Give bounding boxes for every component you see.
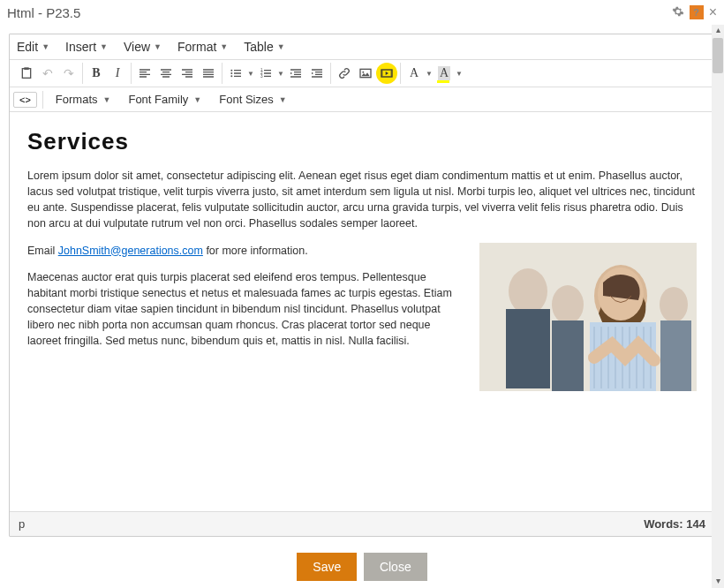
editor-container: Edit▼ Insert▼ View▼ Format▼ Table▼ ↶ ↷ B… bbox=[9, 34, 715, 537]
align-center-icon[interactable] bbox=[155, 63, 177, 84]
scroll-down-icon[interactable]: ▾ bbox=[712, 576, 724, 588]
formats-select[interactable]: Formats▼ bbox=[49, 90, 118, 109]
svg-point-4 bbox=[230, 75, 232, 77]
status-bar: p Words: 144 bbox=[10, 511, 714, 536]
close-icon[interactable]: × bbox=[709, 4, 717, 20]
save-button[interactable]: Save bbox=[297, 553, 357, 581]
content-paragraph-1: Lorem ipsum dolor sit amet, consectetur … bbox=[27, 168, 697, 232]
numbered-list-icon[interactable]: 123 bbox=[255, 63, 276, 84]
email-link[interactable]: JohnSmith@generations.com bbox=[58, 245, 203, 257]
content-heading: Services bbox=[27, 128, 697, 155]
align-right-icon[interactable] bbox=[177, 63, 198, 84]
svg-rect-1 bbox=[24, 67, 28, 70]
window-title: Html - P23.5 bbox=[7, 5, 667, 20]
numbered-list-dropdown[interactable]: ▼ bbox=[276, 70, 285, 78]
menu-view[interactable]: View▼ bbox=[124, 40, 162, 54]
toolbar-row-1: ↶ ↷ B I ▼ 123 ▼ A ▼ A bbox=[10, 60, 714, 87]
menu-table[interactable]: Table▼ bbox=[244, 40, 284, 54]
svg-point-12 bbox=[509, 268, 547, 314]
content-image[interactable] bbox=[479, 243, 697, 391]
svg-rect-14 bbox=[506, 309, 550, 388]
svg-rect-15 bbox=[552, 320, 584, 391]
align-justify-icon[interactable] bbox=[198, 63, 219, 84]
bullet-list-icon[interactable] bbox=[225, 63, 246, 84]
svg-point-2 bbox=[230, 70, 232, 72]
title-bar: Html - P23.5 ? × bbox=[0, 0, 724, 25]
svg-point-9 bbox=[362, 72, 364, 73]
align-left-icon[interactable] bbox=[134, 63, 155, 84]
vertical-scrollbar[interactable]: ▴ ▾ bbox=[712, 25, 724, 588]
scroll-thumb[interactable] bbox=[713, 38, 723, 73]
italic-button[interactable]: I bbox=[107, 63, 128, 84]
menu-edit[interactable]: Edit▼ bbox=[17, 40, 49, 54]
font-sizes-select[interactable]: Font Sizes▼ bbox=[212, 90, 293, 109]
svg-rect-19 bbox=[660, 320, 691, 391]
bold-button[interactable]: B bbox=[86, 63, 107, 84]
indent-icon[interactable] bbox=[306, 63, 328, 84]
help-icon[interactable]: ? bbox=[690, 5, 704, 19]
outdent-icon[interactable] bbox=[285, 63, 306, 84]
editor-content[interactable]: Services Lorem ipsum dolor sit amet, con… bbox=[10, 112, 714, 511]
redo-icon[interactable]: ↷ bbox=[58, 63, 79, 84]
svg-point-18 bbox=[660, 287, 688, 322]
bullet-list-dropdown[interactable]: ▼ bbox=[246, 70, 255, 78]
link-icon[interactable] bbox=[334, 63, 355, 84]
svg-text:3: 3 bbox=[260, 74, 263, 79]
text-color-button[interactable]: A bbox=[403, 63, 425, 84]
image-icon[interactable] bbox=[355, 63, 376, 84]
menu-bar: Edit▼ Insert▼ View▼ Format▼ Table▼ bbox=[10, 34, 714, 60]
gear-icon[interactable] bbox=[672, 5, 684, 20]
bg-color-dropdown[interactable]: ▼ bbox=[455, 70, 464, 78]
scroll-up-icon[interactable]: ▴ bbox=[712, 25, 724, 37]
svg-point-3 bbox=[230, 72, 232, 74]
menu-insert[interactable]: Insert▼ bbox=[65, 40, 108, 54]
footer-buttons: Save Close bbox=[0, 546, 724, 588]
svg-rect-0 bbox=[22, 69, 30, 79]
source-code-toggle[interactable]: <> bbox=[13, 92, 37, 108]
text-color-dropdown[interactable]: ▼ bbox=[425, 70, 434, 78]
undo-icon[interactable]: ↶ bbox=[37, 63, 58, 84]
toolbar-row-2: <> Formats▼ Font Family▼ Font Sizes▼ bbox=[10, 87, 714, 112]
close-button[interactable]: Close bbox=[364, 553, 427, 581]
element-path[interactable]: p bbox=[19, 517, 25, 531]
media-embed-icon[interactable] bbox=[376, 63, 397, 84]
font-family-select[interactable]: Font Family▼ bbox=[121, 90, 208, 109]
word-count: Words: 144 bbox=[644, 517, 705, 531]
menu-format[interactable]: Format▼ bbox=[177, 40, 228, 54]
svg-point-13 bbox=[552, 285, 584, 324]
bg-color-button[interactable]: A bbox=[434, 63, 455, 84]
paste-icon[interactable] bbox=[16, 63, 37, 84]
